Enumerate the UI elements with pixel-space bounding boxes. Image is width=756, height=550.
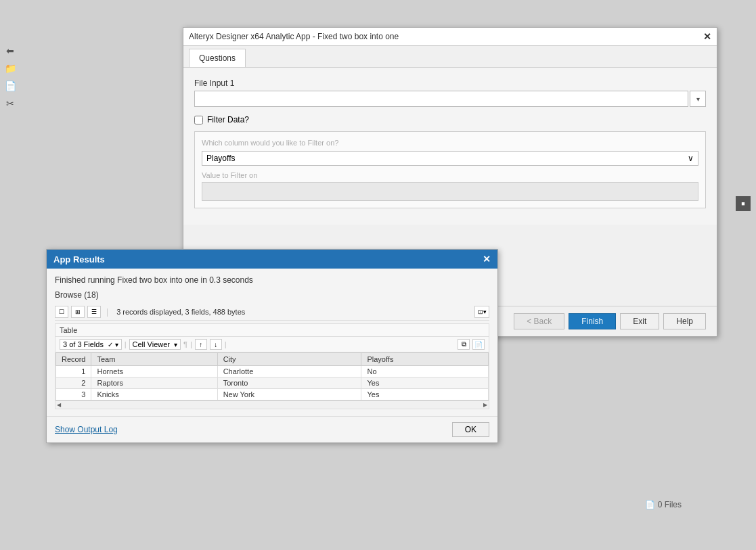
filter-value-box[interactable] [202, 182, 698, 201]
table-toolbar2: 3 of 3 Fields ✓ ▾ | Cell Viewer ▾ ¶ | ↑ … [55, 337, 489, 352]
right-panel-icon: ■ [741, 200, 744, 207]
table-row: 3KnicksNew YorkYes [56, 389, 489, 400]
cell-playoffs: Yes [361, 389, 489, 400]
ok-button[interactable]: OK [452, 422, 489, 437]
main-dialog-title: Alteryx Designer x64 Analytic App - Fixe… [189, 32, 399, 41]
cell-record: 1 [56, 366, 91, 377]
fields-dropdown-check: ✓ ▾ [108, 341, 118, 348]
files-icon: 📄 [645, 500, 655, 509]
toolbar-sep1: | [125, 340, 127, 348]
results-title: App Results [53, 254, 105, 265]
scroll-left-arrow[interactable]: ◀ [57, 402, 61, 408]
table-row: 2RaptorsTorontoYes [56, 377, 489, 389]
col-team: Team [91, 353, 217, 366]
results-status: Finished running Fixed two box into one … [55, 275, 489, 285]
cell-city: Toronto [217, 377, 361, 389]
scroll-right-arrow[interactable]: ▶ [483, 402, 487, 408]
view-split-btn[interactable]: ⊞ [71, 306, 85, 318]
data-table: Record Team City Playoffs 1HornetsCharlo… [55, 352, 489, 400]
results-close[interactable]: ✕ [483, 254, 491, 265]
browse-toolbar: ☐ ⊞ ☰ | 3 records displayed, 3 fields, 4… [55, 304, 489, 321]
right-panel-item[interactable]: ■ [736, 196, 751, 211]
sidebar-file-icon[interactable]: 📄 [3, 78, 18, 93]
file-input-field[interactable] [194, 91, 688, 107]
cell-viewer-label: Cell Viewer [133, 340, 170, 348]
table-section: Table 3 of 3 Fields ✓ ▾ | Cell Viewer ▾ … [55, 323, 489, 409]
col-record: Record [56, 353, 91, 366]
filter-checkbox-row: Filter Data? [194, 115, 706, 124]
sidebar-folder-icon[interactable]: 📁 [3, 61, 18, 76]
cell-viewer-arrow: ▾ [174, 341, 177, 348]
col-playoffs: Playoffs [361, 353, 489, 366]
results-titlebar: App Results ✕ [47, 250, 497, 269]
sort-down-btn[interactable]: ↓ [210, 339, 222, 350]
filter-dropdown-arrow: ∨ [688, 154, 694, 163]
filter-section: Which column would you like to Filter on… [194, 131, 706, 208]
sidebar-back-icon[interactable]: ⬅ [3, 43, 18, 58]
cell-team: Hornets [91, 366, 217, 377]
fields-dropdown[interactable]: 3 of 3 Fields ✓ ▾ [60, 339, 122, 350]
toolbar-sep3: | [190, 340, 192, 348]
fields-dropdown-label: 3 of 3 Fields [63, 340, 104, 348]
cell-city: New York [217, 389, 361, 400]
h-scroll-area: ◀ ▶ [55, 400, 489, 409]
cell-team: Knicks [91, 389, 217, 400]
exit-button[interactable]: Exit [620, 313, 659, 329]
toolbar-sep2: ¶ [183, 340, 187, 348]
files-panel: 📄 0 Files [645, 500, 682, 509]
dialog-content: File Input 1 ▾ Filter Data? Which column… [183, 68, 717, 225]
filter-checkbox[interactable] [194, 116, 203, 124]
tab-questions[interactable]: Questions [189, 49, 246, 67]
filter-value-label: Value to Filter on [202, 171, 698, 179]
finish-button[interactable]: Finish [569, 313, 616, 329]
filter-dropdown-row[interactable]: Playoffs ∨ [202, 151, 698, 166]
filter-dropdown-value: Playoffs [206, 154, 235, 163]
toolbar-divider1: | [104, 307, 111, 317]
export-btn[interactable]: 📄 [472, 339, 485, 350]
show-log-link[interactable]: Show Output Log [55, 425, 118, 434]
table-row: 1HornetsCharlotteNo [56, 366, 489, 377]
cell-playoffs: No [361, 366, 489, 377]
records-info: 3 records displayed, 3 fields, 488 bytes [114, 308, 472, 316]
files-label: 0 Files [658, 500, 682, 509]
cell-viewer-dropdown[interactable]: Cell Viewer ▾ [129, 339, 181, 350]
file-input-label: File Input 1 [194, 78, 706, 88]
file-input-row: ▾ [194, 91, 706, 107]
sidebar-tools-icon[interactable]: ✂ [3, 96, 18, 111]
help-button[interactable]: Help [663, 313, 706, 329]
filter-checkbox-label: Filter Data? [207, 115, 249, 124]
copy-btn[interactable]: ⧉ [458, 339, 470, 350]
cell-team: Raptors [91, 377, 217, 389]
table-toolbar: Table [55, 324, 489, 337]
table-wrapper: Record Team City Playoffs 1HornetsCharlo… [55, 352, 489, 400]
table-label: Table [60, 326, 77, 334]
view-single-btn[interactable]: ☐ [55, 306, 68, 318]
browse-label: Browse (18) [55, 290, 489, 300]
filter-hint: Which column would you like to Filter on… [202, 139, 698, 147]
results-footer: Show Output Log OK [47, 416, 497, 442]
main-dialog-close[interactable]: ✕ [703, 32, 711, 41]
main-dialog-titlebar: Alteryx Designer x64 Analytic App - Fixe… [183, 28, 717, 46]
sidebar: ⬅ 📁 📄 ✂ [0, 41, 20, 114]
file-input-dropdown[interactable]: ▾ [690, 91, 706, 107]
col-city: City [217, 353, 361, 366]
cell-record: 3 [56, 389, 91, 400]
dialog-tabs: Questions [183, 46, 717, 68]
sort-up-btn[interactable]: ↑ [195, 339, 207, 350]
expand-btn[interactable]: ⊡▾ [474, 306, 489, 318]
results-dialog: App Results ✕ Finished running Fixed two… [46, 249, 498, 443]
view-table-btn[interactable]: ☰ [87, 306, 101, 318]
cell-record: 2 [56, 377, 91, 389]
cell-playoffs: Yes [361, 377, 489, 389]
cell-city: Charlotte [217, 366, 361, 377]
back-button[interactable]: < Back [514, 313, 564, 329]
toolbar-sep4: | [225, 340, 227, 348]
results-content: Finished running Fixed two box into one … [47, 269, 497, 416]
